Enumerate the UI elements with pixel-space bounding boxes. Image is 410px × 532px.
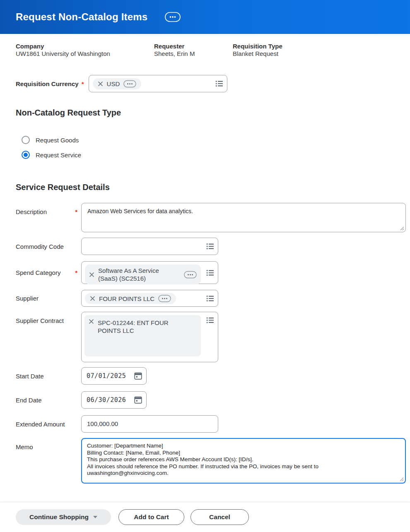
supplier-contract-pill-label: SPC-012244: ENT FOUR POINTS LLC: [98, 319, 191, 335]
supplier-field[interactable]: FOUR POINTS LLC: [81, 290, 218, 307]
company-label: Company: [16, 43, 154, 50]
description-field[interactable]: Amazon Web Services for data analytics.: [81, 203, 406, 232]
spend-category-label-cell: Spend Category *: [16, 269, 81, 276]
memo-label-cell: Memo: [16, 438, 81, 484]
supplier-label: Supplier: [16, 295, 39, 302]
memo-row: Memo Customer: [Department Name] Billing…: [16, 438, 410, 484]
commodity-code-field[interactable]: [81, 238, 218, 255]
radio-request-service-label: Request Service: [36, 152, 81, 159]
related-actions-icon[interactable]: [165, 12, 181, 22]
resize-handle-icon[interactable]: [400, 226, 404, 231]
end-date-value[interactable]: 06/30/2026: [82, 396, 126, 404]
description-text[interactable]: Amazon Web Services for data analytics.: [82, 203, 405, 232]
page-title: Request Non-Catalog Items: [16, 11, 147, 23]
spend-category-row: Spend Category * Software As A Service (…: [16, 261, 410, 284]
required-marker: *: [75, 208, 81, 232]
end-date-label-cell: End Date: [16, 397, 81, 404]
extended-amount-label: Extended Amount: [16, 421, 65, 428]
memo-label: Memo: [16, 443, 33, 484]
start-date-calendar-icon[interactable]: [134, 372, 142, 380]
requisition-type-label: Requisition Type: [233, 43, 282, 50]
required-marker: *: [82, 80, 84, 87]
radio-request-service[interactable]: Request Service: [22, 151, 410, 159]
supplier-row: Supplier FOUR POINTS LLC: [16, 290, 410, 307]
end-date-field[interactable]: 06/30/2026: [81, 391, 147, 409]
request-non-catalog-items-page: Request Non-Catalog Items Company UW1861…: [0, 0, 410, 532]
supplier-contract-field[interactable]: SPC-012244: ENT FOUR POINTS LLC: [81, 312, 218, 362]
start-date-value[interactable]: 07/01/2025: [82, 372, 126, 380]
requisition-currency-field[interactable]: USD: [89, 75, 227, 92]
commodity-code-row: Commodity Code: [16, 238, 410, 255]
requisition-summary: Company UW1861 University of Washington …: [0, 43, 410, 57]
supplier-pill: FOUR POINTS LLC: [85, 293, 176, 304]
resize-handle-icon[interactable]: [399, 477, 404, 481]
supplier-contract-pill: SPC-012244: ENT FOUR POINTS LLC: [84, 315, 201, 356]
end-date-label: End Date: [16, 397, 42, 404]
service-request-form: Description * Amazon Web Services for da…: [0, 203, 410, 484]
extended-amount-value[interactable]: 100,000.00: [82, 416, 218, 432]
start-date-row: Start Date 07/01/2025: [16, 367, 410, 385]
spend-category-pill: Software As A Service (SaaS) (SC2516): [85, 265, 201, 284]
currency-pill: USD: [93, 78, 142, 89]
remove-currency-icon[interactable]: [98, 81, 103, 87]
add-to-cart-button[interactable]: Add to Cart: [118, 509, 184, 525]
memo-text[interactable]: Customer: [Department Name] Billing Cont…: [82, 439, 405, 483]
continue-shopping-label: Continue Shopping: [29, 513, 89, 521]
requester-summary: Requester Sheets, Erin M: [154, 43, 233, 57]
action-footer: Continue Shopping Add to Cart Cancel: [0, 502, 410, 532]
description-label-cell: Description *: [16, 203, 81, 232]
cancel-label: Cancel: [209, 513, 230, 521]
remove-supplier-icon[interactable]: [90, 296, 95, 301]
supplier-contract-row: Supplier Contract SPC-012244: ENT FOUR P…: [16, 312, 410, 362]
start-date-field[interactable]: 07/01/2025: [81, 367, 147, 385]
supplier-more-icon[interactable]: [158, 294, 171, 302]
spend-category-prompt-icon[interactable]: [206, 269, 214, 277]
supplier-contract-prompt-icon[interactable]: [206, 316, 214, 324]
remove-spend-category-icon[interactable]: [89, 272, 94, 277]
service-details-heading: Service Request Details: [0, 183, 410, 192]
requisition-type-summary: Requisition Type Blanket Request: [233, 43, 282, 57]
request-type-heading: Non-Catalog Request Type: [0, 108, 410, 118]
radio-request-goods[interactable]: Request Goods: [22, 136, 410, 144]
requisition-currency-row: Requisition Currency * USD: [0, 75, 410, 92]
start-date-label-cell: Start Date: [16, 373, 81, 380]
extended-amount-row: Extended Amount 100,000.00: [16, 415, 410, 433]
request-type-radio-group: Request Goods Request Service: [0, 136, 410, 159]
requester-label: Requester: [154, 43, 233, 50]
spend-category-pill-label: Software As A Service (SaaS) (SC2516): [98, 267, 168, 282]
radio-request-goods-label: Request Goods: [36, 137, 79, 144]
description-label: Description: [16, 208, 47, 232]
continue-shopping-button[interactable]: Continue Shopping: [16, 509, 111, 525]
page-header: Request Non-Catalog Items: [0, 0, 410, 34]
required-marker: *: [75, 269, 81, 276]
currency-more-icon[interactable]: [123, 80, 136, 88]
commodity-code-label: Commodity Code: [16, 243, 64, 250]
supplier-label-cell: Supplier: [16, 295, 81, 302]
description-row: Description * Amazon Web Services for da…: [16, 203, 410, 232]
currency-prompt-icon[interactable]: [215, 80, 223, 88]
company-summary: Company UW1861 University of Washington: [16, 43, 154, 57]
requester-value: Sheets, Erin M: [154, 50, 233, 57]
supplier-prompt-icon[interactable]: [206, 294, 214, 302]
supplier-pill-label: FOUR POINTS LLC: [99, 295, 154, 302]
remove-supplier-contract-icon[interactable]: [89, 319, 94, 324]
memo-field[interactable]: Customer: [Department Name] Billing Cont…: [81, 438, 406, 484]
cancel-button[interactable]: Cancel: [191, 509, 249, 525]
radio-request-service-circle[interactable]: [22, 151, 30, 159]
add-to-cart-label: Add to Cart: [134, 513, 169, 521]
requisition-type-value: Blanket Request: [233, 50, 282, 57]
company-value: UW1861 University of Washington: [16, 50, 154, 57]
extended-amount-field[interactable]: 100,000.00: [81, 415, 218, 433]
commodity-code-prompt-icon[interactable]: [206, 243, 214, 250]
commodity-code-label-cell: Commodity Code: [16, 243, 81, 250]
supplier-contract-label-cell: Supplier Contract: [16, 312, 81, 362]
spend-category-more-icon[interactable]: [184, 271, 197, 279]
radio-request-goods-circle[interactable]: [22, 136, 30, 144]
requisition-currency-label: Requisition Currency: [16, 80, 79, 87]
chevron-down-icon: [93, 516, 97, 518]
supplier-contract-label: Supplier Contract: [16, 317, 64, 362]
spend-category-field[interactable]: Software As A Service (SaaS) (SC2516): [81, 261, 218, 284]
extended-amount-label-cell: Extended Amount: [16, 421, 81, 428]
start-date-label: Start Date: [16, 373, 44, 380]
end-date-calendar-icon[interactable]: [134, 396, 142, 404]
